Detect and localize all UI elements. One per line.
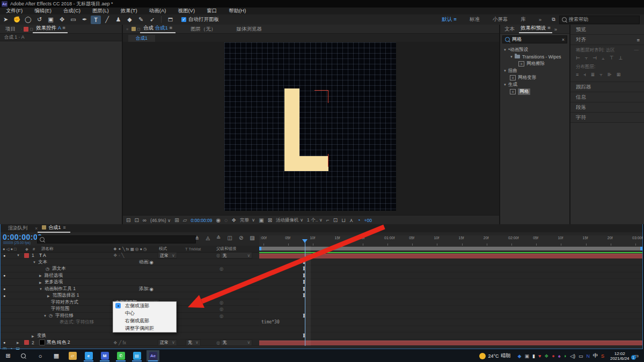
exposure-value[interactable]: +00: [364, 218, 371, 223]
align-icon[interactable]: ⫠: [602, 55, 604, 61]
ime-icon[interactable]: 中: [593, 352, 598, 359]
menu-item-7[interactable]: 窗口: [201, 8, 223, 14]
parent-select[interactable]: 无∨: [220, 252, 252, 258]
orbit-camera-tool[interactable]: ↺: [34, 16, 45, 24]
panel-chevrons[interactable]: »: [552, 26, 557, 32]
add-animator-button[interactable]: ◉: [149, 260, 153, 265]
track-row[interactable]: [259, 299, 642, 306]
timeline-icon[interactable]: ⊔: [341, 217, 346, 223]
comp-sub-tab[interactable]: 合成1: [128, 35, 155, 42]
mode-select[interactable]: 正常∨: [158, 339, 177, 346]
transparency-grid-icon[interactable]: ⊠: [268, 217, 272, 223]
layer-duration-bar[interactable]: [259, 341, 642, 345]
cortana-button[interactable]: ○: [34, 350, 47, 361]
menu-item-1[interactable]: 编辑(E): [28, 8, 57, 14]
purple-icon[interactable]: ♠: [558, 353, 561, 359]
shape-tool[interactable]: ▭: [68, 16, 78, 24]
animation-presets[interactable]: ▼* 动画预设: [500, 46, 569, 53]
visibility-eye-icon[interactable]: ●: [3, 272, 5, 279]
generate-category[interactable]: ▼生成: [500, 81, 569, 88]
playhead-head[interactable]: [302, 239, 308, 246]
file-explorer[interactable]: ▱: [66, 350, 79, 361]
layer-row[interactable]: ●▼1T A❖ ◦ ╲正常∨◎ 无∨: [1, 252, 259, 259]
tab-layer[interactable]: 图层（无）: [175, 26, 231, 33]
roto-brush-tool[interactable]: ✎: [136, 16, 146, 24]
distort-category[interactable]: ▼扭曲: [500, 67, 569, 74]
clear-search-icon[interactable]: ×: [562, 37, 565, 42]
align-icon[interactable]: ⫟: [585, 55, 588, 61]
track-row[interactable]: time*30: [259, 319, 642, 326]
chat-icon[interactable]: ◗: [564, 353, 567, 359]
property-row[interactable]: ▶更多选项: [1, 279, 259, 286]
track-row[interactable]: [259, 326, 642, 333]
panel-字符[interactable]: 字符: [570, 113, 644, 123]
comp-viewport[interactable]: [123, 42, 499, 215]
expression-link-icon[interactable]: ◎: [219, 306, 223, 312]
workspace-tab-小屏幕[interactable]: 小屏幕: [486, 16, 515, 23]
start-button[interactable]: ⊞: [2, 350, 14, 361]
zoom-level[interactable]: (46.9%) ∨: [150, 218, 171, 223]
track-row[interactable]: I: [259, 292, 642, 299]
menu-item-0[interactable]: 文件(F): [0, 8, 28, 14]
tab-timeline-comp[interactable]: 合成1≡: [38, 224, 70, 233]
puppet-pin-tool[interactable]: ➶: [147, 16, 157, 24]
always-preview-icon[interactable]: ⊟: [126, 217, 130, 223]
work-area-end-handle[interactable]: [640, 247, 642, 250]
menu-item-左侧或顶部[interactable]: 左侧或顶部: [113, 302, 176, 309]
tab-text[interactable]: 文本: [500, 26, 519, 33]
align-to-select[interactable]: 选区: [606, 47, 615, 53]
property-row[interactable]: ◷源文本◎: [1, 265, 259, 272]
track-row[interactable]: I: [259, 333, 642, 339]
mask-toggle-icon[interactable]: ▱: [183, 217, 187, 223]
motion-sketch-icon[interactable]: ◬: [206, 235, 210, 241]
magnification-icon[interactable]: ⊡: [134, 217, 138, 223]
zoom-tool[interactable]: ◯: [23, 16, 33, 24]
stopwatch-icon[interactable]: ◷: [49, 313, 53, 319]
after-effects-app[interactable]: Ae: [147, 350, 159, 361]
clock[interactable]: 12:02 2021/6/24: [610, 351, 630, 361]
distribute-icon[interactable]: ⫟: [599, 72, 602, 78]
leaf-icon[interactable]: ❖: [544, 353, 548, 359]
work-area-bar[interactable]: [259, 247, 642, 250]
stopwatch-icon[interactable]: ◷: [46, 265, 49, 272]
distribute-icon[interactable]: ⊞: [617, 72, 621, 78]
timeline-current-time[interactable]: 0:00:00:09: [3, 233, 42, 241]
show-snapshot-icon[interactable]: ◌: [224, 217, 228, 223]
workspace-box-icon[interactable]: ⧉: [548, 16, 559, 24]
help-search-field[interactable]: 搜索帮助: [559, 16, 640, 24]
align-icon[interactable]: ⊢: [576, 55, 580, 61]
resolution-select[interactable]: 完整 ∨: [240, 217, 255, 224]
grid-effect[interactable]: ≣网格: [500, 88, 569, 95]
exposure-icon[interactable]: ◔: [357, 217, 360, 223]
grid-warp[interactable]: ≣网格变形: [500, 74, 569, 81]
workspace-more-chevrons[interactable]: »: [532, 17, 548, 23]
pen-tool[interactable]: ✒: [79, 16, 90, 24]
clone-stamp-tool[interactable]: ♟: [113, 16, 123, 24]
workspace-tab-默认[interactable]: 默认 ≡: [436, 16, 463, 23]
expression-link-icon[interactable]: ◎: [219, 299, 223, 306]
property-row[interactable]: ●▼动画制作工具 1添加: ◉: [1, 286, 259, 293]
expression-link-icon[interactable]: ◎: [219, 265, 223, 272]
track-row[interactable]: I: [259, 286, 642, 293]
menu-item-右侧或底部[interactable]: 右侧或底部: [113, 317, 176, 324]
search-button[interactable]: [18, 350, 31, 361]
distribute-icon[interactable]: ≣: [591, 72, 595, 78]
fast-previews-icon[interactable]: ⊡: [333, 217, 338, 223]
track-row[interactable]: [259, 252, 642, 259]
shield-icon[interactable]: ◆: [518, 353, 522, 359]
source-name-header[interactable]: 源名称: [41, 246, 54, 252]
tab-effects-presets[interactable]: 效果和预设 ≡: [519, 25, 552, 33]
motion-blur-icon[interactable]: ⊘: [239, 235, 243, 241]
mode-select[interactable]: 正常∨: [158, 252, 177, 258]
selection-tool[interactable]: ➤: [1, 16, 11, 24]
work-area-start-handle[interactable]: [259, 247, 261, 250]
type-tool[interactable]: T: [91, 16, 101, 24]
distribute-icon[interactable]: ⊪: [608, 72, 612, 78]
visibility-eye-icon[interactable]: ●: [3, 292, 5, 299]
tab-render-queue[interactable]: 渲染队列: [1, 225, 35, 232]
layer-label-chip[interactable]: [24, 340, 29, 345]
wechat-app[interactable]: ✆: [114, 350, 127, 361]
tab-media-browser[interactable]: 媒体浏览器: [231, 26, 268, 33]
track-row[interactable]: [259, 306, 642, 313]
menu-item-4[interactable]: 效果(T): [115, 8, 143, 14]
